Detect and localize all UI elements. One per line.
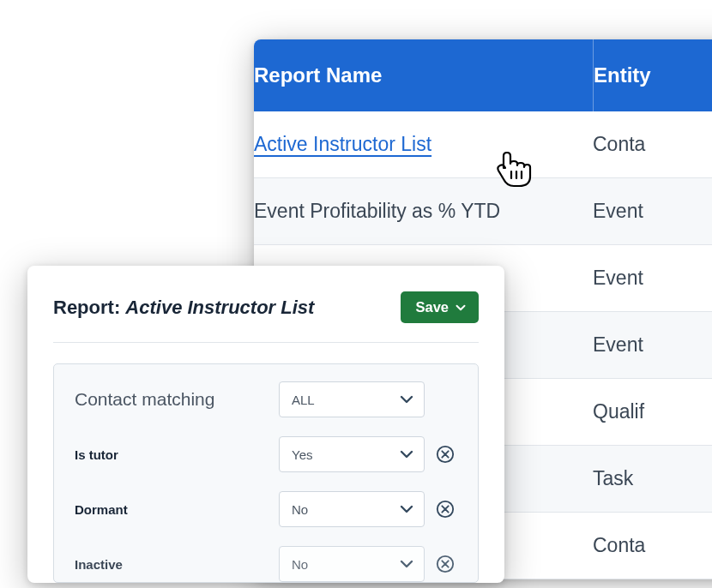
filter-label: Is tutor	[75, 447, 279, 462]
filter-value: No	[292, 502, 308, 517]
cell-entity: Event	[593, 313, 712, 377]
filter-label: Inactive	[75, 557, 279, 572]
cell-entity: Event	[593, 179, 712, 243]
table-row: Active Instructor List Conta	[254, 111, 712, 178]
reports-table-header: Report Name Entity	[254, 39, 712, 111]
editor-header: Report: Active Instructor List Save	[53, 291, 479, 343]
cell-entity: Conta	[593, 513, 712, 578]
column-header-name: Report Name	[254, 39, 593, 111]
filter-box: Contact matching ALL Is tutor Yes Dorman…	[53, 363, 479, 583]
chevron-down-icon	[400, 557, 413, 571]
cell-name: Event Profitability as % YTD	[254, 179, 593, 243]
table-row: Event Profitability as % YTD Event	[254, 178, 712, 245]
remove-filter-button[interactable]	[435, 554, 456, 574]
filter-select[interactable]: No	[279, 491, 425, 527]
report-editor-panel: Report: Active Instructor List Save Cont…	[27, 266, 504, 583]
matching-label: Contact matching	[75, 389, 279, 410]
remove-filter-button[interactable]	[435, 444, 456, 465]
chevron-down-icon	[400, 393, 413, 406]
close-circle-icon	[436, 500, 455, 519]
close-circle-icon	[436, 445, 455, 464]
filter-value: Yes	[292, 447, 312, 462]
filter-label: Dormant	[75, 502, 279, 517]
filter-row: Inactive No	[75, 546, 457, 582]
editor-title-prefix: Report:	[53, 297, 125, 318]
filter-select[interactable]: No	[279, 546, 425, 582]
matching-select[interactable]: ALL	[279, 381, 425, 417]
matching-value: ALL	[292, 393, 315, 407]
chevron-down-icon	[400, 447, 413, 461]
close-circle-icon	[436, 555, 455, 573]
chevron-down-icon	[400, 502, 413, 516]
report-link[interactable]: Active Instructor List	[254, 133, 431, 155]
cell-entity: Conta	[593, 112, 712, 177]
filter-row: Is tutor Yes	[75, 436, 457, 472]
save-button[interactable]: Save	[401, 291, 479, 323]
column-header-entity: Entity	[593, 39, 712, 111]
cell-entity: Task	[593, 447, 712, 511]
cell-entity: Qualif	[593, 380, 712, 444]
editor-title-report-name: Active Instructor List	[125, 297, 314, 318]
chevron-down-icon	[456, 303, 466, 313]
remove-filter-button[interactable]	[435, 499, 456, 519]
filter-select[interactable]: Yes	[279, 436, 425, 472]
editor-title: Report: Active Instructor List	[53, 297, 314, 319]
cell-entity: Event	[593, 246, 712, 310]
filter-row: Dormant No	[75, 491, 457, 527]
filter-value: No	[292, 557, 308, 572]
save-button-label: Save	[415, 299, 449, 315]
